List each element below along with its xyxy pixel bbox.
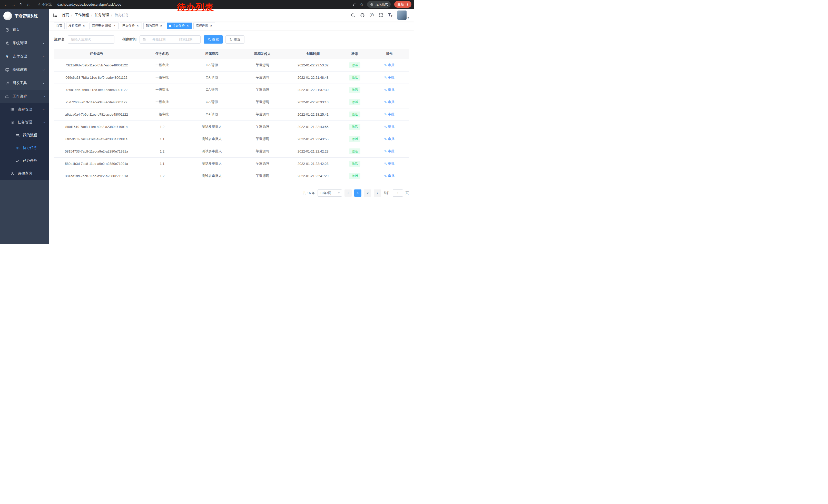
breadcrumb: 首页 / 工作流程 / 任务管理 / 待办任务	[62, 13, 129, 17]
create-time-label: 创建时间	[122, 37, 136, 42]
close-icon[interactable]: ×	[136, 24, 139, 28]
font-size-icon[interactable]: TT	[388, 12, 392, 18]
approve-link[interactable]: ✎审批	[384, 63, 395, 67]
fullscreen-icon[interactable]	[379, 13, 383, 17]
approve-link[interactable]: ✎审批	[384, 87, 395, 92]
chrome-right-cluster: ☆ 无痕模式 更新 ⋮	[352, 1, 411, 8]
prev-page-button[interactable]: ‹	[344, 189, 352, 197]
github-icon[interactable]	[360, 13, 365, 17]
cell-process: 测试多审批人	[185, 145, 239, 157]
close-icon[interactable]: ×	[209, 24, 213, 28]
search-button[interactable]: 搜索	[204, 35, 223, 44]
tab-process-detail[interactable]: 流程详情×	[194, 22, 215, 29]
address-bar[interactable]: ⚠ 不安全 dashboard.yudao.iocoder.cn/bpm/tas…	[35, 1, 349, 8]
table-row: 73211d9d-7b9b-11ec-b5b7-acde48001122 一级审…	[54, 59, 409, 71]
tab-todo-task[interactable]: 待办任务×	[167, 22, 192, 29]
home-button[interactable]: ⌂	[25, 1, 32, 8]
avatar[interactable]	[397, 10, 407, 20]
star-icon[interactable]: ☆	[360, 2, 364, 7]
tab-start-process[interactable]: 发起流程×	[66, 22, 88, 29]
help-icon[interactable]: ?	[370, 13, 374, 17]
font-size-big-glyph: T	[388, 12, 391, 18]
goto-page-input[interactable]	[393, 189, 403, 197]
tags-view-bar: 首页 发起流程× 流程表单-编辑× 已办任务× 我的流程× 待办任务× 流程详情…	[49, 21, 414, 30]
sidebar-item-devtools[interactable]: 研发工具 ›	[0, 77, 49, 90]
approve-link[interactable]: ✎审批	[384, 124, 395, 129]
status-badge: 激活	[349, 75, 360, 81]
sidebar-item-done-task[interactable]: 已办任务	[0, 154, 49, 167]
screen: ← → ↻ ⌂ ⚠ 不安全 dashboard.yudao.iocoder.cn…	[0, 0, 414, 252]
close-icon[interactable]: ×	[113, 24, 116, 28]
close-icon[interactable]: ×	[159, 24, 163, 28]
breadcrumb-item[interactable]: 工作流程	[75, 13, 89, 17]
table-row: 8f0d1619-7ac8-11ec-a9e2-a2380e71991a 1.2…	[54, 121, 409, 133]
page-button-2[interactable]: 2	[364, 189, 371, 197]
breadcrumb-separator: /	[71, 13, 72, 17]
breadcrumb-item[interactable]: 任务管理	[95, 13, 109, 17]
tab-my-process[interactable]: 我的流程×	[143, 22, 165, 29]
active-dot	[169, 25, 171, 27]
cell-process: 测试多审批人	[185, 121, 239, 133]
approve-link[interactable]: ✎审批	[384, 174, 395, 178]
cell-starter: 芋道源码	[239, 133, 287, 145]
forward-button[interactable]: →	[10, 1, 17, 8]
cell-starter: 芋道源码	[239, 170, 287, 182]
approve-link[interactable]: ✎审批	[384, 149, 395, 153]
sidebar-item-payment[interactable]: ¥ 支付管理 ›	[0, 50, 49, 63]
key-icon[interactable]	[352, 2, 356, 6]
col-actions: 操作	[370, 49, 409, 59]
tab-home[interactable]: 首页	[54, 22, 65, 29]
sidebar-item-label: 待办任务	[23, 146, 45, 150]
page-button-1[interactable]: 1	[354, 189, 362, 197]
next-page-button[interactable]: ›	[374, 189, 381, 197]
date-range-picker[interactable]: 开始日期 - 结束日期	[139, 35, 201, 44]
sidebar-item-infra[interactable]: 基础设施 ›	[0, 63, 49, 77]
reset-button[interactable]: ↻ 重置	[225, 35, 244, 44]
sidebar-item-system[interactable]: 系统管理 ›	[0, 36, 49, 50]
search-button-label: 搜索	[212, 37, 219, 42]
sidebar-item-label: 任务管理	[18, 120, 43, 125]
approve-link[interactable]: ✎审批	[384, 112, 395, 117]
breadcrumb-item[interactable]: 首页	[62, 13, 69, 17]
sidebar-item-home[interactable]: 首页	[0, 23, 49, 36]
approve-link[interactable]: ✎审批	[384, 137, 395, 141]
cell-task-name: 1.2	[139, 170, 185, 182]
edit-icon: ✎	[384, 76, 387, 80]
approve-link[interactable]: ✎审批	[384, 75, 395, 80]
refresh-icon: ↻	[230, 38, 233, 42]
cell-task-name: 一级审批	[139, 59, 185, 71]
tab-label: 已办任务	[122, 24, 135, 28]
tab-process-form-edit[interactable]: 流程表单-编辑×	[89, 22, 119, 29]
sidebar-item-workflow[interactable]: 工作流程 ›	[0, 90, 49, 103]
sidebar-item-process-mgmt[interactable]: 流程管理 ›	[0, 103, 49, 116]
edit-icon: ✎	[384, 137, 387, 141]
search-icon[interactable]	[350, 13, 355, 17]
sidebar-item-leave-query[interactable]: 请假查询	[0, 167, 49, 180]
sidebar-item-todo-task[interactable]: 待办任务	[0, 141, 49, 154]
sidebar-item-task-mgmt[interactable]: 任务管理 ›	[0, 116, 49, 129]
cell-process: 测试多审批人	[185, 133, 239, 145]
close-icon[interactable]: ×	[186, 24, 190, 28]
process-name-input[interactable]	[68, 35, 114, 44]
approve-link[interactable]: ✎审批	[384, 161, 395, 166]
logo-avatar	[3, 11, 12, 20]
kebab-menu-icon[interactable]: ⋮	[406, 2, 409, 6]
update-button[interactable]: 更新 ⋮	[394, 1, 411, 8]
approve-link[interactable]: ✎审批	[384, 100, 395, 104]
table-header-row: 任务编号 任务名称 所属流程 流程发起人 创建时间 状态 操作	[54, 49, 409, 59]
close-icon[interactable]: ×	[82, 24, 86, 28]
page-size-select[interactable]: 10条/页 ▾	[318, 189, 342, 197]
approve-link-label: 审批	[388, 87, 395, 92]
tab-label: 流程表单-编辑	[92, 24, 111, 28]
tab-done-task[interactable]: 已办任务×	[120, 22, 142, 29]
cell-task-name: 1.1	[139, 133, 185, 145]
reload-button[interactable]: ↻	[17, 1, 25, 8]
user-menu[interactable]: ▾	[397, 10, 409, 20]
col-task-id: 任务编号	[54, 49, 139, 59]
sidebar-fold-icon[interactable]	[53, 13, 58, 18]
back-button[interactable]: ←	[3, 1, 9, 8]
cell-task-name: 一级审批	[139, 84, 185, 96]
sidebar-item-my-process[interactable]: 我的流程	[0, 129, 49, 141]
sidebar-item-label: 基础设施	[12, 67, 43, 72]
update-label: 更新	[397, 2, 404, 7]
